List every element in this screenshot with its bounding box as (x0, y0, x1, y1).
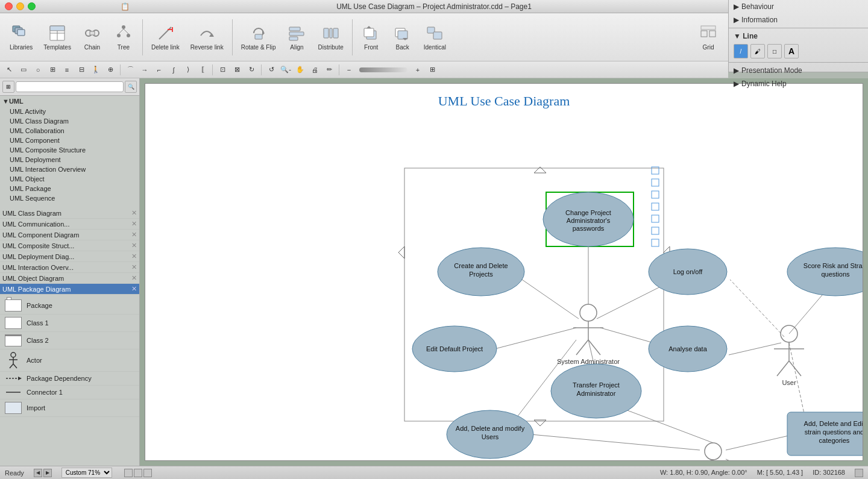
bend-tool[interactable]: ⌐ (153, 63, 166, 77)
rotate-tool[interactable]: ↻ (245, 63, 258, 77)
sidebar-open-deployment[interactable]: UML Deployment Diag... ✕ (0, 251, 139, 262)
behaviour-item[interactable]: ▶ Behaviour (729, 0, 868, 13)
text-tool[interactable]: A (784, 44, 799, 58)
sidebar-open-component[interactable]: UML Component Diagram ✕ (0, 230, 139, 240)
search-input[interactable] (16, 81, 124, 92)
templates-button[interactable]: Templates (39, 21, 76, 53)
presentation-mode-item[interactable]: ▶ Presentation Mode (729, 64, 868, 77)
palette-actor[interactable]: Actor (0, 349, 139, 372)
zoom-select[interactable]: Custom 71% 50% 75% 100% (61, 468, 112, 478)
close-item-0[interactable]: ✕ (131, 209, 137, 217)
close-item-2[interactable]: ✕ (131, 231, 137, 239)
close-item-3[interactable]: ✕ (131, 242, 137, 249)
sidebar-open-class-diagram[interactable]: UML Class Diagram ✕ (0, 208, 139, 219)
resize-handle[interactable] (855, 469, 863, 477)
page-tab-1[interactable] (124, 469, 133, 477)
zoom-fit-btn[interactable]: ⊞ (426, 63, 439, 77)
zoom-minus-btn[interactable]: − (342, 63, 356, 77)
identical-button[interactable]: Identical (419, 21, 451, 53)
palette-import[interactable]: Import (0, 399, 139, 417)
tree-button[interactable]: Tree (108, 21, 139, 53)
refresh-tool[interactable]: ↺ (265, 63, 278, 77)
hand-tool[interactable]: ✋ (294, 63, 307, 77)
zoom-plus-btn[interactable]: + (411, 63, 424, 77)
palette-package[interactable]: Package (0, 297, 139, 315)
reverse-link-button[interactable]: Reverse link (186, 21, 228, 53)
search-button[interactable]: 🔍 (125, 81, 137, 93)
sidebar-item-uml-composite[interactable]: UML Composite Structure (0, 145, 139, 155)
sidebar-item-uml-sequence[interactable]: UML Sequence (0, 193, 139, 203)
lane-tool[interactable]: ⊟ (75, 63, 88, 77)
grid-button[interactable]: Grid (693, 21, 723, 53)
nav-prev-btn[interactable]: ◀ (34, 469, 42, 477)
close-button[interactable] (5, 2, 13, 10)
sidebar-item-uml-deployment[interactable]: UML Deployment (0, 155, 139, 164)
dynamic-help-item[interactable]: ▶ Dynamic Help (729, 77, 868, 90)
close-item-1[interactable]: ✕ (131, 220, 137, 228)
close-item-5[interactable]: ✕ (131, 263, 137, 271)
sidebar-item-uml-package[interactable]: UML Package (0, 184, 139, 193)
bezier-tool[interactable]: ∫ (167, 63, 180, 77)
uml-section-header[interactable]: ▼ UML (0, 96, 139, 107)
edge-tool[interactable]: ⟩ (181, 63, 195, 77)
chain-button[interactable]: Chain (77, 21, 107, 53)
palette-pkg-dep[interactable]: Package Dependency (0, 372, 139, 386)
edge2-tool[interactable]: ⟦ (196, 63, 209, 77)
sidebar-item-uml-component[interactable]: UML Component (0, 136, 139, 145)
ellipse-select-tool[interactable]: ○ (31, 63, 45, 77)
front-button[interactable]: Front (356, 21, 386, 53)
close-item-7[interactable]: ✕ (131, 285, 137, 293)
rotate-flip-button[interactable]: Rotate & Flip (236, 21, 281, 53)
close-item-4[interactable]: ✕ (131, 252, 137, 260)
toolbar2: ↖ ▭ ○ ⊞ ≡ ⊟ 🚶 ⊕ ⌒ → ⌐ ∫ ⟩ ⟦ ⊡ ⊠ ↻ ↺ 🔍- ✋… (0, 61, 728, 78)
diagram-canvas[interactable]: UML Use Case Diagram (145, 83, 863, 461)
palette-class2[interactable]: Class 2 (0, 332, 139, 349)
rect-tool[interactable]: □ (767, 44, 782, 58)
distribute-button[interactable]: Distribute (313, 21, 348, 53)
align-button[interactable]: Align (281, 21, 312, 53)
sidebar-item-uml-object[interactable]: UML Object (0, 174, 139, 184)
zoom-slider[interactable] (359, 67, 407, 72)
sidebar-open-communication[interactable]: UML Communication... ✕ (0, 219, 139, 230)
page-tab-2[interactable] (134, 469, 142, 477)
sidebar-open-interaction[interactable]: UML Interaction Overv... ✕ (0, 262, 139, 273)
canvas-area[interactable]: UML Use Case Diagram (140, 78, 868, 466)
table-select-tool[interactable]: ⊞ (46, 63, 59, 77)
page-tab-3[interactable] (143, 469, 152, 477)
sidebar-item-uml-collaboration[interactable]: UML Collaboration (0, 126, 139, 136)
scale-tool[interactable]: ⊠ (230, 63, 244, 77)
svg-line-14 (124, 29, 128, 34)
rect-select-tool[interactable]: ▭ (17, 63, 30, 77)
sidebar-open-object[interactable]: UML Object Diagram ✕ (0, 273, 139, 284)
paint-tool[interactable]: 🖌 (750, 44, 765, 58)
nav-next-btn[interactable]: ▶ (43, 469, 52, 477)
sidebar-item-uml-interaction[interactable]: UML Interaction Overview (0, 164, 139, 174)
minimize-button[interactable] (16, 2, 24, 10)
print-tool[interactable]: 🖨 (308, 63, 321, 77)
sidebar-view-btn[interactable]: ⊞ (2, 81, 14, 93)
pen-tool2[interactable]: ✏ (322, 63, 336, 77)
group-tool[interactable]: ⊕ (104, 63, 117, 77)
sidebar-item-uml-activity[interactable]: UML Activity (0, 107, 139, 116)
back-button[interactable]: Back (388, 21, 418, 53)
delete-link-button[interactable]: Delete link (146, 21, 184, 53)
link-tool[interactable]: ⌒ (124, 63, 137, 77)
palette-import-label: Import (27, 404, 45, 412)
sidebar-open-composite[interactable]: UML Composite Struct... ✕ (0, 240, 139, 251)
information-item[interactable]: ▶ Information (729, 13, 868, 27)
libraries-button[interactable]: Libraries (5, 21, 37, 53)
palette-class1[interactable]: Class 1 (0, 315, 139, 332)
sidebar-open-package[interactable]: UML Package Diagram ✕ (0, 284, 139, 295)
close-item-6[interactable]: ✕ (131, 274, 137, 282)
pen-tool[interactable]: / (734, 44, 748, 58)
arrow-tool[interactable]: → (138, 63, 151, 77)
palette-connector1[interactable]: Connector 1 (0, 386, 139, 399)
maximize-button[interactable] (28, 2, 36, 10)
zoom-out-btn[interactable]: 🔍- (279, 63, 292, 77)
list-tool[interactable]: ≡ (60, 63, 74, 77)
analyse-data-text: Analyse data (668, 345, 707, 352)
transform-tool[interactable]: ⊡ (216, 63, 229, 77)
actor-tool[interactable]: 🚶 (89, 63, 102, 77)
sidebar-item-uml-class[interactable]: UML Class Diagram (0, 116, 139, 126)
select-tool[interactable]: ↖ (2, 63, 16, 77)
